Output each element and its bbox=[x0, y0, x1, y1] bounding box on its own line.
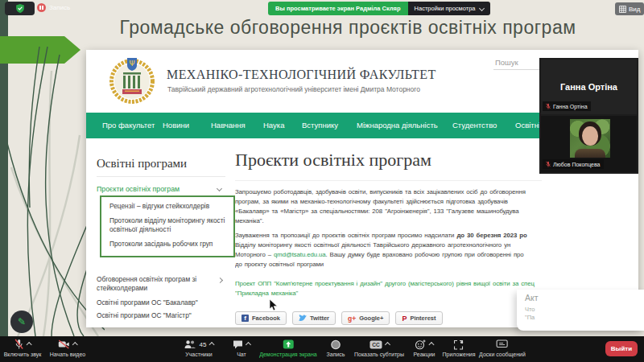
sidebar-item-discussion[interactable]: Обговорення освітніх програм зі стейкхол… bbox=[97, 275, 216, 293]
zoom-meeting-window: Громадське обговорення проєктів освітніх… bbox=[0, 0, 644, 362]
nav-item-news[interactable]: Новини bbox=[163, 121, 189, 130]
chevron-right-icon bbox=[217, 278, 223, 283]
leave-meeting-button[interactable]: Выйти bbox=[605, 341, 638, 356]
page-title: Проєкти освітніх програм bbox=[235, 150, 431, 171]
sidebar-heading: Освітні програми bbox=[97, 157, 187, 171]
facebook-icon: f bbox=[242, 315, 249, 322]
chevron-down-icon bbox=[478, 6, 484, 11]
site-subtitle: Таврійський державний агротехнологічний … bbox=[167, 85, 420, 93]
paragraph-1: Запрошуємо роботодавців, здобувачів осві… bbox=[235, 188, 543, 227]
twitter-share-button[interactable]: Twitter bbox=[292, 311, 336, 325]
social-share-row: f Facebook Twitter g+ Google+ P Pinteres… bbox=[235, 311, 443, 325]
smiley-icon bbox=[415, 339, 426, 350]
recording-indicator: Запись bbox=[37, 3, 70, 12]
name-chip: Любов Покопцева bbox=[543, 159, 604, 169]
submenu-item-reviews[interactable]: Рецензії – відгуки стейкхолдерів bbox=[109, 202, 230, 211]
googleplus-share-button[interactable]: g+ Google+ bbox=[341, 311, 390, 325]
sidebar-divider bbox=[97, 176, 225, 177]
chevron-up-icon[interactable] bbox=[208, 341, 214, 347]
title-divider bbox=[235, 180, 542, 181]
participant-video-frame bbox=[570, 119, 610, 158]
participants-icon bbox=[184, 339, 196, 349]
participant-display-name: Ганна Ортіна bbox=[560, 82, 617, 92]
popup-fragment: Акт bbox=[525, 293, 644, 302]
chevron-down-icon bbox=[217, 186, 222, 191]
site-title: МЕХАНІКО-ТЕХНОЛОГІЧНИЙ ФАКУЛЬТЕТ bbox=[167, 68, 436, 82]
start-video-button[interactable]: Начать видео bbox=[50, 339, 85, 357]
email-link[interactable]: qmd@tsatu.edu.ua bbox=[274, 251, 325, 258]
apps-icon bbox=[453, 339, 464, 350]
grid-view-icon bbox=[619, 6, 626, 13]
opp-project-link[interactable]: Проект ОПП "Комп'ютерне проектування і д… bbox=[235, 280, 543, 299]
chat-icon bbox=[233, 339, 243, 349]
paragraph-2: Зауваження та пропозиції до проєктів осв… bbox=[235, 232, 543, 270]
mic-muted-red-icon bbox=[546, 103, 551, 110]
svg-text:Ψ: Ψ bbox=[129, 60, 134, 68]
chevron-up-icon[interactable] bbox=[246, 341, 251, 347]
chevron-up-icon[interactable] bbox=[72, 341, 78, 347]
mic-muted-red-icon bbox=[546, 161, 551, 168]
share-screen-button[interactable]: Демонстрация экрана bbox=[259, 339, 317, 357]
popup-fragment: "Па bbox=[525, 314, 644, 321]
security-badge[interactable] bbox=[5, 2, 35, 15]
participants-video-panel: Ганна Ортіна Ганна Ортіна Лю bbox=[539, 58, 638, 174]
sidebar-submenu: Рецензії – відгуки стейкхолдерів Протоко… bbox=[100, 195, 235, 257]
participants-count: 45 bbox=[200, 341, 207, 348]
name-chip: Ганна Ортіна bbox=[543, 101, 591, 111]
pinterest-icon: P bbox=[402, 315, 407, 323]
sidebar-item-projects[interactable]: Проєкти освітніх програм bbox=[97, 185, 180, 193]
record-icon bbox=[331, 339, 341, 350]
annotate-button[interactable]: ✎ bbox=[10, 311, 33, 333]
nav-item-faculty[interactable]: Про факультет bbox=[102, 121, 155, 130]
record-button[interactable]: Запись bbox=[327, 339, 345, 357]
view-button[interactable]: Вид bbox=[615, 2, 644, 15]
video-tile-lyubov[interactable]: Любов Покопцева bbox=[541, 116, 637, 172]
facebook-share-button[interactable]: f Facebook bbox=[235, 311, 287, 325]
whiteboard-icon bbox=[496, 339, 508, 349]
nav-item-international[interactable]: Міжнародна діяльність bbox=[357, 121, 438, 130]
nav-item-applicant[interactable]: Вступнику bbox=[302, 121, 338, 130]
svg-text:CC: CC bbox=[372, 342, 380, 348]
screen-share-icon bbox=[283, 339, 294, 349]
captions-button[interactable]: CC Показать субтитры bbox=[354, 339, 404, 357]
reactions-button[interactable]: Реакции bbox=[413, 339, 435, 357]
submenu-item-protocols[interactable]: Протоколи відділу моніторингу якості осв… bbox=[109, 216, 230, 234]
background-popup: Акт Что "Па bbox=[517, 290, 644, 331]
chevron-up-icon[interactable] bbox=[428, 341, 434, 347]
recording-icon bbox=[37, 3, 46, 12]
unmute-button[interactable]: Включить звук bbox=[4, 339, 42, 357]
whiteboards-button[interactable]: Доски сообщений bbox=[479, 339, 526, 357]
chevron-up-icon[interactable] bbox=[26, 341, 31, 347]
mic-muted-icon bbox=[14, 339, 24, 350]
sidebar-item-master[interactable]: Освітні програми ОС "Магістр" bbox=[97, 311, 192, 320]
chat-button[interactable]: Чат bbox=[233, 339, 250, 357]
submenu-item-workgroups[interactable]: Протоколи засідань робочих груп bbox=[109, 240, 230, 249]
sidebar-item-bachelor[interactable]: Освітні програми ОС "Бакалавр" bbox=[97, 298, 198, 307]
twitter-icon bbox=[299, 315, 307, 322]
popup-fragment: Что bbox=[525, 306, 644, 313]
deadline-text: до 30 березня 2023 ро bbox=[456, 232, 526, 239]
shield-check-icon bbox=[15, 3, 25, 14]
camera-muted-icon bbox=[58, 339, 70, 349]
university-logo: Ψ bbox=[107, 56, 157, 105]
viewing-screen-banner: Вы просматриваете экран Радміла Скляр bbox=[268, 2, 408, 15]
video-tile-ganna[interactable]: Ганна Ортіна Ганна Ортіна bbox=[541, 60, 637, 114]
mouse-cursor bbox=[269, 299, 279, 312]
view-settings-button[interactable]: Настройки просмотра bbox=[408, 2, 490, 15]
nav-item-science[interactable]: Наука bbox=[263, 121, 284, 130]
pinterest-share-button[interactable]: P Pinterest bbox=[395, 311, 442, 325]
nav-item-study[interactable]: Навчання bbox=[211, 121, 246, 130]
participants-button[interactable]: 45 Участники bbox=[184, 339, 214, 357]
googleplus-icon: g+ bbox=[348, 315, 356, 323]
chevron-up-icon[interactable] bbox=[384, 341, 390, 347]
nav-item-students[interactable]: Студентство bbox=[452, 121, 497, 130]
meeting-toolbar: Включить звук Начать видео 45 bbox=[0, 336, 644, 362]
slide-title: Громадське обговорення проєктів освітніх… bbox=[56, 17, 639, 39]
cc-icon: CC bbox=[369, 340, 382, 349]
pencil-icon: ✎ bbox=[18, 316, 26, 327]
recording-label: Запись bbox=[49, 4, 70, 11]
apps-button[interactable]: Приложения bbox=[443, 339, 476, 357]
